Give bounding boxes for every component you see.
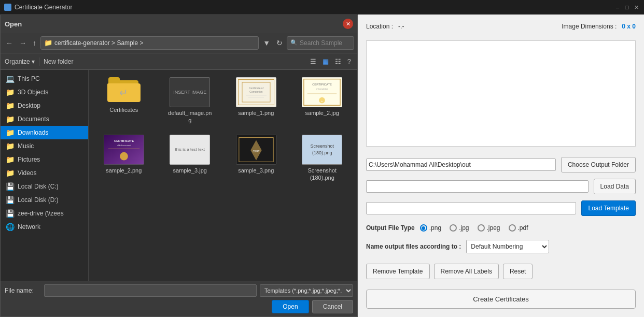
load-data-btn[interactable]: Load Data [594, 179, 636, 194]
load-template-btn[interactable]: Load Template [581, 200, 636, 216]
radio-jpg[interactable]: .jpg [450, 224, 469, 232]
network-icon: 🌐 [6, 223, 15, 231]
maximize-btn[interactable]: □ [623, 4, 631, 11]
sidebar-label-pictures: Pictures [18, 156, 40, 163]
file-label-sample2png: sample_2.png [106, 167, 142, 174]
organize-btn[interactable]: Organize ▾ [5, 58, 35, 65]
sidebar-item-desktop[interactable]: 📁 Desktop [1, 99, 88, 112]
svg-text:of Achievement: of Achievement [117, 144, 131, 147]
filetype-select[interactable]: Templates (*.png;*.jpg;*.jpeg;*. [260, 284, 353, 297]
radio-jpeg[interactable]: .jpeg [478, 224, 500, 232]
canvas-area [366, 40, 636, 147]
svg-text:★: ★ [321, 100, 323, 103]
output-path-input[interactable] [366, 159, 556, 171]
svg-point-17 [120, 152, 128, 160]
address-path[interactable]: 📁 certificate-generator > Sample > [40, 36, 259, 50]
svg-text:CERTIFICATE: CERTIFICATE [114, 139, 134, 142]
template-input[interactable] [366, 202, 576, 214]
cert-black-thumb: CERT [236, 135, 276, 165]
zee-drive-icon: 💾 [6, 209, 15, 218]
sidebar-item-documents[interactable]: 📁 Documents [1, 112, 88, 126]
insert-img-thumb: INSERT IMAGE [170, 77, 210, 107]
filename-input[interactable] [44, 284, 257, 297]
refresh-btn[interactable]: ↻ [274, 38, 285, 48]
sidebar-label-zee-drive: zee-drive (\\zees [18, 210, 64, 217]
sidebar-label-d-drive: Local Disk (D:) [18, 196, 59, 204]
radio-png[interactable]: .png [420, 224, 441, 232]
sidebar: 💻 This PC 📁 3D Objects 📁 Desktop 📁 Docum… [1, 70, 89, 281]
title-bar: Certificate Generator – □ ✕ [0, 0, 644, 15]
sidebar-item-network[interactable]: 🌐 Network [1, 220, 88, 234]
data-input[interactable] [366, 180, 589, 193]
sidebar-item-c-drive[interactable]: 💾 Local Disk (C:) [1, 180, 88, 193]
svg-text:Certificate of: Certificate of [249, 87, 264, 90]
c-drive-icon: 💾 [6, 182, 15, 191]
svg-text:CERT: CERT [253, 150, 259, 152]
view-list-btn[interactable]: ☰ [308, 56, 318, 66]
radio-jpg-label: .jpg [459, 224, 469, 232]
path-folder-icon: 📁 [44, 39, 52, 47]
file-item-certificates[interactable]: ↵ Certificates [93, 74, 155, 127]
close-btn[interactable]: ✕ [633, 4, 640, 11]
file-toolbar: Organize ▾ New folder ☰ ▦ ☷ ? [1, 53, 357, 70]
load-data-row: Load Data [366, 179, 636, 194]
remove-all-labels-btn[interactable]: Remove All Labels [434, 264, 499, 279]
search-placeholder: Search Sample [300, 39, 342, 47]
file-item-sample2jpg[interactable]: CERTIFICATE of Completion ★ sample_2.jpg [291, 74, 354, 127]
file-item-sample2png[interactable]: CERTIFICATE of Achievement sample_2.png [93, 132, 155, 185]
load-template-row: Load Template [366, 200, 636, 216]
folder-thumb: ↵ [107, 77, 141, 104]
dialog-titlebar: Open ✕ [1, 15, 357, 33]
sidebar-item-pc[interactable]: 💻 This PC [1, 72, 88, 85]
sidebar-item-d-drive[interactable]: 💾 Local Disk (D:) [1, 193, 88, 207]
open-btn[interactable]: Open [272, 300, 309, 313]
file-item-default-image[interactable]: INSERT IMAGE default_image.png [159, 74, 221, 127]
search-icon: 🔍 [290, 39, 298, 46]
documents-folder-icon: 📁 [6, 115, 15, 123]
file-item-sample1[interactable]: Certificate of Completion sample_1.png [225, 74, 287, 127]
test-text-thumb: this is a test text [170, 135, 210, 165]
file-item-screenshot[interactable]: Screenshot(180).png Screenshot (180).png [291, 132, 354, 185]
remove-template-btn[interactable]: Remove Template [366, 264, 430, 279]
file-grid-container[interactable]: ↵ Certificates INSERT IMAGE default_imag… [89, 70, 357, 281]
sidebar-label-3d: 3D Objects [18, 89, 48, 96]
new-folder-btn[interactable]: New folder [44, 58, 73, 65]
naming-row: Name output files according to : Default… [366, 240, 636, 253]
file-label-sample2jpg: sample_2.jpg [305, 109, 339, 117]
file-browser: 💻 This PC 📁 3D Objects 📁 Desktop 📁 Docum… [1, 70, 357, 281]
sidebar-item-downloads[interactable]: 📁 Downloads [1, 126, 88, 139]
address-chevron-btn[interactable]: ▼ [261, 38, 272, 48]
sidebar-label-downloads: Downloads [18, 129, 48, 136]
file-item-sample3jpg[interactable]: this is a test text sample_3.jpg [159, 132, 221, 185]
sidebar-item-3d[interactable]: 📁 3D Objects [1, 85, 88, 99]
reset-btn[interactable]: Reset [503, 264, 533, 279]
location-label: Location : [366, 23, 393, 30]
sidebar-label-videos: Videos [18, 169, 36, 177]
search-box[interactable]: 🔍 Search Sample [287, 36, 354, 50]
naming-select[interactable]: Default NumberingCustom NameSequential [466, 240, 549, 253]
sidebar-item-music[interactable]: 📁 Music [1, 139, 88, 153]
view-grid-btn[interactable]: ▦ [320, 56, 331, 66]
sidebar-item-zee-drive[interactable]: 💾 zee-drive (\\zees [1, 207, 88, 220]
svg-text:CERTIFICATE: CERTIFICATE [312, 83, 332, 86]
radio-jpeg-circle [478, 224, 485, 232]
music-folder-icon: 📁 [6, 142, 15, 150]
create-certificates-btn[interactable]: Create Certificates [366, 290, 636, 309]
choose-output-btn[interactable]: Choose Output Folder [561, 157, 636, 172]
forward-btn[interactable]: → [17, 38, 29, 48]
file-label-default: default_image.png [166, 109, 213, 124]
dialog-close-btn[interactable]: ✕ [343, 19, 353, 29]
help-btn[interactable]: ? [345, 56, 353, 66]
radio-png-label: .png [429, 224, 441, 232]
sidebar-item-videos[interactable]: 📁 Videos [1, 166, 88, 180]
back-btn[interactable]: ← [4, 38, 15, 48]
view-details-btn[interactable]: ☷ [333, 56, 343, 66]
radio-pdf[interactable]: .pdf [509, 224, 528, 232]
pc-icon: 💻 [6, 75, 15, 83]
sidebar-label-network: Network [18, 223, 40, 230]
sidebar-item-pictures[interactable]: 📁 Pictures [1, 153, 88, 166]
file-item-sample3png[interactable]: CERT sample_3.png [225, 132, 287, 185]
minimize-btn[interactable]: – [614, 4, 621, 11]
up-btn[interactable]: ↑ [31, 38, 38, 48]
cancel-btn[interactable]: Cancel [312, 300, 353, 313]
